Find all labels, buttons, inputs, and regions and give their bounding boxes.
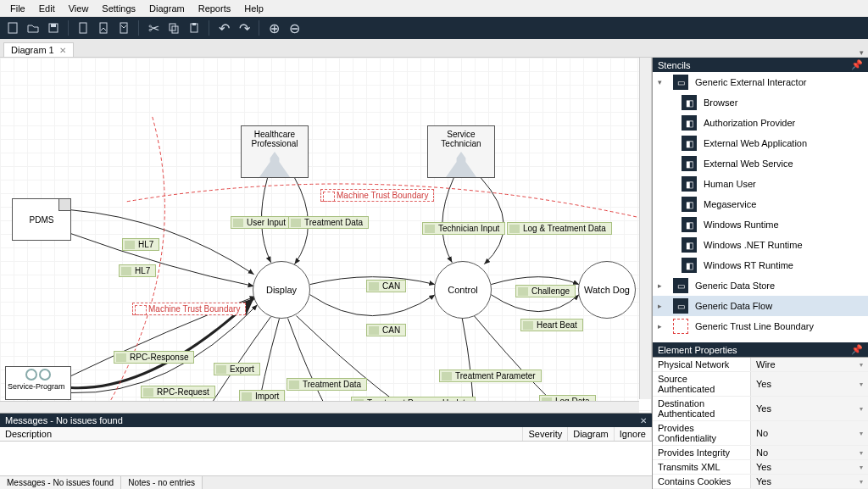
stencil-cat[interactable]: ▸▭Generic Data Flow bbox=[653, 296, 868, 316]
paste-icon[interactable] bbox=[185, 19, 203, 37]
prop-row[interactable]: Contains CookiesYes bbox=[653, 475, 868, 489]
prop-value[interactable]: Yes bbox=[750, 460, 868, 474]
stencil-item[interactable]: ◧Windows Runtime bbox=[653, 214, 868, 235]
store-pdms[interactable]: PDMS bbox=[12, 198, 71, 241]
flow-label[interactable]: HL7 bbox=[119, 264, 156, 277]
prop-value[interactable]: Yes bbox=[750, 397, 868, 420]
messages-columns: DescriptionSeverityDiagramIgnore bbox=[0, 427, 652, 442]
stencil-item[interactable]: ◧Windows RT Runtime bbox=[653, 255, 868, 275]
stencil-cat[interactable]: ▸▭Generic Trust Line Boundary bbox=[653, 316, 868, 336]
boundary-label[interactable]: Machine Trust Boundary bbox=[320, 189, 434, 202]
undo-icon[interactable]: ↶ bbox=[214, 19, 233, 37]
flow-label[interactable]: Challenge bbox=[515, 285, 576, 297]
canvas[interactable]: HealthcareProfessionalServiceTechnicianP… bbox=[0, 58, 652, 413]
msg-col[interactable]: Severity bbox=[523, 427, 568, 441]
menubar[interactable]: FileEditViewSettingsDiagramReportsHelp bbox=[0, 0, 868, 17]
prop-key: Provides Integrity bbox=[653, 446, 750, 459]
prop-row[interactable]: Source AuthenticatedYes bbox=[653, 372, 868, 397]
menu-settings[interactable]: Settings bbox=[95, 3, 142, 14]
cut-icon[interactable]: ✂ bbox=[144, 19, 163, 37]
flow-label[interactable]: Heart Beat bbox=[520, 319, 583, 331]
flow-label[interactable]: HL7 bbox=[122, 238, 159, 251]
pin-icon[interactable]: 📌 bbox=[851, 59, 863, 70]
messages-body bbox=[0, 442, 652, 475]
prop-value[interactable]: Yes bbox=[750, 475, 868, 488]
redo-icon[interactable]: ↷ bbox=[235, 19, 253, 37]
prop-value[interactable]: Yes bbox=[750, 372, 868, 396]
flow-label[interactable]: Technician Input bbox=[422, 222, 505, 235]
svg-rect-2 bbox=[51, 24, 56, 27]
scrollbar-horizontal[interactable] bbox=[0, 401, 639, 413]
zoom-in-icon[interactable]: ⊕ bbox=[264, 19, 283, 37]
flow-label[interactable]: CAN bbox=[366, 324, 406, 336]
close-icon[interactable]: ✕ bbox=[640, 416, 647, 425]
menu-reports[interactable]: Reports bbox=[192, 3, 238, 14]
msg-col[interactable]: Description bbox=[0, 427, 523, 441]
prop-value[interactable]: Wire bbox=[750, 358, 868, 371]
flow-label[interactable]: Treatment Data bbox=[287, 378, 367, 391]
stencil-item[interactable]: ◧Windows .NET Runtime bbox=[653, 235, 868, 255]
zoom-out-icon[interactable]: ⊖ bbox=[285, 19, 303, 37]
process-display[interactable]: Display bbox=[253, 261, 310, 319]
stencil-cat[interactable]: ▾▭Generic External Interactor bbox=[653, 72, 868, 92]
menu-diagram[interactable]: Diagram bbox=[142, 3, 192, 14]
flow-label[interactable]: Treatment Parameter bbox=[439, 370, 542, 382]
menu-help[interactable]: Help bbox=[237, 3, 270, 14]
close-icon[interactable]: ✕ bbox=[59, 46, 66, 55]
flow-label[interactable]: User Input bbox=[231, 216, 292, 229]
process-watchdog[interactable]: Watch Dog bbox=[578, 261, 636, 319]
pin-icon[interactable]: 📌 bbox=[851, 344, 863, 355]
doc3-icon[interactable] bbox=[114, 19, 133, 37]
stencil-item[interactable]: ◧Authorization Provider bbox=[653, 113, 868, 133]
prop-row[interactable]: Destination AuthenticatedYes bbox=[653, 397, 868, 421]
doc1-icon[interactable] bbox=[74, 19, 92, 37]
props-title: Element Properties bbox=[658, 345, 737, 355]
flow-label[interactable]: RPC-Response bbox=[114, 351, 194, 364]
prop-row[interactable]: Provides ConfidentialityNo bbox=[653, 421, 868, 446]
save-icon[interactable] bbox=[44, 19, 63, 37]
flow-label[interactable]: RPC-Request bbox=[141, 386, 215, 398]
stencil-item[interactable]: ◧External Web Application bbox=[653, 133, 868, 153]
external-hcp[interactable]: HealthcareProfessional bbox=[241, 125, 309, 178]
msg-tab[interactable]: Notes - no entries bbox=[121, 476, 203, 489]
open-icon[interactable] bbox=[24, 19, 42, 37]
menu-file[interactable]: File bbox=[3, 3, 32, 14]
flow-label[interactable]: Export bbox=[214, 363, 260, 375]
diagram-tab[interactable]: Diagram 1✕ bbox=[3, 42, 74, 57]
stencils-list[interactable]: ▾▭Generic External Interactor◧Browser◧Au… bbox=[653, 72, 868, 342]
prop-row[interactable]: Physical NetworkWire bbox=[653, 358, 868, 372]
prop-row[interactable]: Transmits XMLYes bbox=[653, 460, 868, 475]
node-svc[interactable]: Service-Program bbox=[5, 366, 71, 400]
messages-panel: Messages - No issues found✕ DescriptionS… bbox=[0, 413, 652, 489]
new-icon[interactable] bbox=[3, 19, 22, 37]
properties-grid[interactable]: Physical NetworkWireSource Authenticated… bbox=[653, 357, 868, 489]
prop-value[interactable]: No bbox=[750, 446, 868, 459]
msg-col[interactable]: Diagram bbox=[568, 427, 615, 441]
external-tech[interactable]: ServiceTechnician bbox=[427, 125, 495, 178]
prop-key: Transmits XML bbox=[653, 460, 750, 474]
menu-edit[interactable]: Edit bbox=[32, 3, 62, 14]
tab-label: Diagram 1 bbox=[11, 45, 54, 55]
prop-key: Destination Authenticated bbox=[653, 397, 750, 420]
toolbar: ✂ ↶ ↷ ⊕ ⊖ bbox=[0, 17, 868, 39]
flow-label[interactable]: Log & Treatment Data bbox=[507, 222, 612, 235]
boundary-label[interactable]: Machine Trust Boundary bbox=[132, 303, 246, 315]
msg-col[interactable]: Ignore bbox=[615, 427, 652, 441]
menu-view[interactable]: View bbox=[62, 3, 96, 14]
stencil-item[interactable]: ◧Browser bbox=[653, 92, 868, 113]
prop-key: Provides Confidentiality bbox=[653, 421, 750, 445]
flow-label[interactable]: Treatment Data bbox=[288, 216, 369, 229]
stencil-item[interactable]: ◧External Web Service bbox=[653, 153, 868, 174]
stencil-item[interactable]: ◧Megaservice bbox=[653, 194, 868, 214]
msg-tab[interactable]: Messages - No issues found bbox=[0, 476, 121, 489]
process-control[interactable]: Control bbox=[434, 261, 492, 319]
doc2-icon[interactable] bbox=[94, 19, 113, 37]
tab-dropdown-icon[interactable]: ▾ bbox=[854, 48, 868, 57]
flow-label[interactable]: CAN bbox=[366, 280, 406, 292]
prop-value[interactable]: No bbox=[750, 421, 868, 445]
stencil-cat[interactable]: ▸▭Generic Data Store bbox=[653, 275, 868, 296]
scrollbar-vertical[interactable] bbox=[639, 58, 651, 399]
stencil-item[interactable]: ◧Human User bbox=[653, 174, 868, 194]
prop-row[interactable]: Provides IntegrityNo bbox=[653, 446, 868, 460]
copy-icon[interactable] bbox=[164, 19, 183, 37]
